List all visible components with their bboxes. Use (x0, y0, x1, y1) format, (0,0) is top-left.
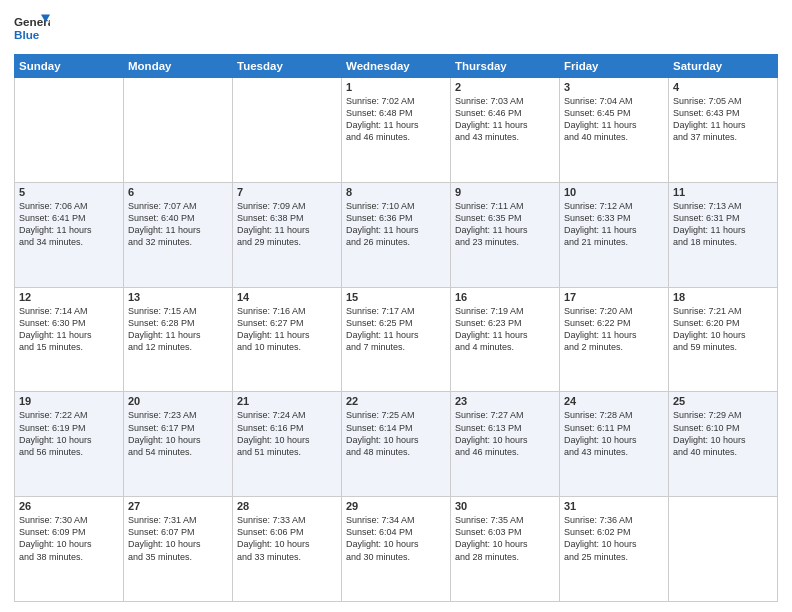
day-number: 29 (346, 500, 446, 512)
calendar-cell: 12Sunrise: 7:14 AM Sunset: 6:30 PM Dayli… (15, 287, 124, 392)
header: General Blue (14, 10, 778, 46)
day-number: 26 (19, 500, 119, 512)
calendar-cell: 29Sunrise: 7:34 AM Sunset: 6:04 PM Dayli… (342, 497, 451, 602)
day-number: 2 (455, 81, 555, 93)
day-info: Sunrise: 7:15 AM Sunset: 6:28 PM Dayligh… (128, 305, 228, 354)
calendar-cell: 7Sunrise: 7:09 AM Sunset: 6:38 PM Daylig… (233, 182, 342, 287)
day-number: 13 (128, 291, 228, 303)
day-info: Sunrise: 7:13 AM Sunset: 6:31 PM Dayligh… (673, 200, 773, 249)
calendar-cell: 22Sunrise: 7:25 AM Sunset: 6:14 PM Dayli… (342, 392, 451, 497)
day-info: Sunrise: 7:04 AM Sunset: 6:45 PM Dayligh… (564, 95, 664, 144)
day-number: 12 (19, 291, 119, 303)
day-number: 6 (128, 186, 228, 198)
day-info: Sunrise: 7:31 AM Sunset: 6:07 PM Dayligh… (128, 514, 228, 563)
day-number: 28 (237, 500, 337, 512)
day-info: Sunrise: 7:28 AM Sunset: 6:11 PM Dayligh… (564, 409, 664, 458)
calendar-cell (233, 78, 342, 183)
day-info: Sunrise: 7:36 AM Sunset: 6:02 PM Dayligh… (564, 514, 664, 563)
day-number: 4 (673, 81, 773, 93)
calendar-cell: 4Sunrise: 7:05 AM Sunset: 6:43 PM Daylig… (669, 78, 778, 183)
weekday-header-friday: Friday (560, 55, 669, 78)
calendar-cell: 27Sunrise: 7:31 AM Sunset: 6:07 PM Dayli… (124, 497, 233, 602)
day-info: Sunrise: 7:03 AM Sunset: 6:46 PM Dayligh… (455, 95, 555, 144)
day-number: 22 (346, 395, 446, 407)
day-number: 16 (455, 291, 555, 303)
day-number: 23 (455, 395, 555, 407)
calendar-cell: 5Sunrise: 7:06 AM Sunset: 6:41 PM Daylig… (15, 182, 124, 287)
calendar-cell: 26Sunrise: 7:30 AM Sunset: 6:09 PM Dayli… (15, 497, 124, 602)
calendar-cell: 19Sunrise: 7:22 AM Sunset: 6:19 PM Dayli… (15, 392, 124, 497)
day-info: Sunrise: 7:23 AM Sunset: 6:17 PM Dayligh… (128, 409, 228, 458)
day-info: Sunrise: 7:25 AM Sunset: 6:14 PM Dayligh… (346, 409, 446, 458)
calendar-cell: 28Sunrise: 7:33 AM Sunset: 6:06 PM Dayli… (233, 497, 342, 602)
day-info: Sunrise: 7:34 AM Sunset: 6:04 PM Dayligh… (346, 514, 446, 563)
page: General Blue SundayMondayTuesdayWednesda… (0, 0, 792, 612)
day-info: Sunrise: 7:30 AM Sunset: 6:09 PM Dayligh… (19, 514, 119, 563)
day-info: Sunrise: 7:22 AM Sunset: 6:19 PM Dayligh… (19, 409, 119, 458)
day-number: 18 (673, 291, 773, 303)
day-info: Sunrise: 7:21 AM Sunset: 6:20 PM Dayligh… (673, 305, 773, 354)
day-info: Sunrise: 7:10 AM Sunset: 6:36 PM Dayligh… (346, 200, 446, 249)
calendar-cell: 21Sunrise: 7:24 AM Sunset: 6:16 PM Dayli… (233, 392, 342, 497)
calendar-cell: 17Sunrise: 7:20 AM Sunset: 6:22 PM Dayli… (560, 287, 669, 392)
day-number: 9 (455, 186, 555, 198)
day-info: Sunrise: 7:24 AM Sunset: 6:16 PM Dayligh… (237, 409, 337, 458)
calendar-cell: 23Sunrise: 7:27 AM Sunset: 6:13 PM Dayli… (451, 392, 560, 497)
calendar-cell: 8Sunrise: 7:10 AM Sunset: 6:36 PM Daylig… (342, 182, 451, 287)
weekday-header-tuesday: Tuesday (233, 55, 342, 78)
calendar-cell: 1Sunrise: 7:02 AM Sunset: 6:48 PM Daylig… (342, 78, 451, 183)
weekday-header-wednesday: Wednesday (342, 55, 451, 78)
day-info: Sunrise: 7:09 AM Sunset: 6:38 PM Dayligh… (237, 200, 337, 249)
day-number: 17 (564, 291, 664, 303)
calendar-cell (669, 497, 778, 602)
calendar-cell: 10Sunrise: 7:12 AM Sunset: 6:33 PM Dayli… (560, 182, 669, 287)
calendar-cell: 6Sunrise: 7:07 AM Sunset: 6:40 PM Daylig… (124, 182, 233, 287)
calendar-cell: 24Sunrise: 7:28 AM Sunset: 6:11 PM Dayli… (560, 392, 669, 497)
weekday-header-sunday: Sunday (15, 55, 124, 78)
day-number: 30 (455, 500, 555, 512)
day-info: Sunrise: 7:12 AM Sunset: 6:33 PM Dayligh… (564, 200, 664, 249)
calendar-cell (124, 78, 233, 183)
calendar-cell: 14Sunrise: 7:16 AM Sunset: 6:27 PM Dayli… (233, 287, 342, 392)
day-number: 25 (673, 395, 773, 407)
weekday-header-saturday: Saturday (669, 55, 778, 78)
calendar-cell: 9Sunrise: 7:11 AM Sunset: 6:35 PM Daylig… (451, 182, 560, 287)
day-info: Sunrise: 7:27 AM Sunset: 6:13 PM Dayligh… (455, 409, 555, 458)
day-number: 14 (237, 291, 337, 303)
day-info: Sunrise: 7:07 AM Sunset: 6:40 PM Dayligh… (128, 200, 228, 249)
day-number: 27 (128, 500, 228, 512)
calendar-cell (15, 78, 124, 183)
calendar-cell: 11Sunrise: 7:13 AM Sunset: 6:31 PM Dayli… (669, 182, 778, 287)
day-info: Sunrise: 7:06 AM Sunset: 6:41 PM Dayligh… (19, 200, 119, 249)
day-info: Sunrise: 7:35 AM Sunset: 6:03 PM Dayligh… (455, 514, 555, 563)
day-number: 11 (673, 186, 773, 198)
logo: General Blue (14, 10, 50, 46)
calendar-cell: 18Sunrise: 7:21 AM Sunset: 6:20 PM Dayli… (669, 287, 778, 392)
weekday-header-thursday: Thursday (451, 55, 560, 78)
day-info: Sunrise: 7:05 AM Sunset: 6:43 PM Dayligh… (673, 95, 773, 144)
day-number: 21 (237, 395, 337, 407)
day-info: Sunrise: 7:17 AM Sunset: 6:25 PM Dayligh… (346, 305, 446, 354)
calendar-cell: 30Sunrise: 7:35 AM Sunset: 6:03 PM Dayli… (451, 497, 560, 602)
day-info: Sunrise: 7:29 AM Sunset: 6:10 PM Dayligh… (673, 409, 773, 458)
calendar-cell: 3Sunrise: 7:04 AM Sunset: 6:45 PM Daylig… (560, 78, 669, 183)
day-number: 5 (19, 186, 119, 198)
calendar-cell: 2Sunrise: 7:03 AM Sunset: 6:46 PM Daylig… (451, 78, 560, 183)
day-number: 10 (564, 186, 664, 198)
day-number: 31 (564, 500, 664, 512)
day-number: 7 (237, 186, 337, 198)
calendar: SundayMondayTuesdayWednesdayThursdayFrid… (14, 54, 778, 602)
day-info: Sunrise: 7:02 AM Sunset: 6:48 PM Dayligh… (346, 95, 446, 144)
calendar-cell: 15Sunrise: 7:17 AM Sunset: 6:25 PM Dayli… (342, 287, 451, 392)
day-number: 15 (346, 291, 446, 303)
day-number: 3 (564, 81, 664, 93)
weekday-header-monday: Monday (124, 55, 233, 78)
day-number: 24 (564, 395, 664, 407)
day-info: Sunrise: 7:11 AM Sunset: 6:35 PM Dayligh… (455, 200, 555, 249)
calendar-cell: 20Sunrise: 7:23 AM Sunset: 6:17 PM Dayli… (124, 392, 233, 497)
calendar-cell: 25Sunrise: 7:29 AM Sunset: 6:10 PM Dayli… (669, 392, 778, 497)
calendar-cell: 13Sunrise: 7:15 AM Sunset: 6:28 PM Dayli… (124, 287, 233, 392)
day-info: Sunrise: 7:20 AM Sunset: 6:22 PM Dayligh… (564, 305, 664, 354)
day-number: 8 (346, 186, 446, 198)
day-number: 1 (346, 81, 446, 93)
